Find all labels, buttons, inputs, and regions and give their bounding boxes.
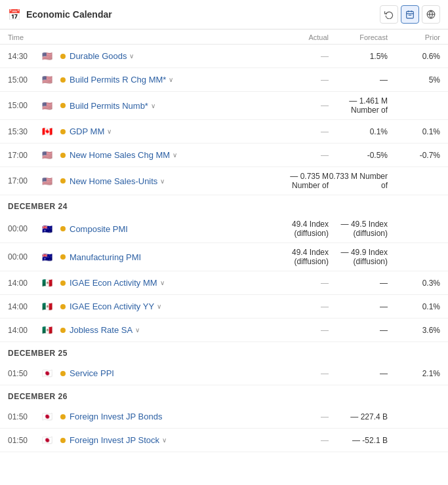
event-name[interactable]: New Home Sales Chg MM∨ xyxy=(70,150,270,160)
event-name-text: Manufacturing PMI xyxy=(70,252,141,262)
event-importance xyxy=(60,129,70,134)
event-flag: 🇺🇸 xyxy=(41,149,60,162)
event-name-text: New Home Sales-Units xyxy=(70,176,157,186)
event-prior: 0.1% xyxy=(388,302,440,311)
section-header: DECEMBER 26 xyxy=(0,385,448,405)
col-header-actual: Actual xyxy=(270,33,329,41)
event-name-text: IGAE Econ Activity MM xyxy=(70,278,157,288)
history-icon-button[interactable] xyxy=(380,5,398,24)
event-forecast: — 49.9 Index (diffusion) xyxy=(329,248,388,266)
event-row[interactable]: 15:30🇨🇦GDP MM∨—0.1%0.1% xyxy=(0,120,448,144)
event-forecast: — 227.4 B xyxy=(329,412,388,421)
event-importance xyxy=(60,153,70,158)
event-flag: 🇯🇵 xyxy=(41,410,60,423)
event-row[interactable]: 17:00🇺🇸New Home Sales Chg MM∨—-0.5%-0.7% xyxy=(0,144,448,167)
importance-dot-icon xyxy=(60,178,66,184)
importance-dot-icon xyxy=(60,371,66,376)
event-row[interactable]: 01:50🇯🇵Foreign Invest JP Stock∨—— -52.1 … xyxy=(0,429,448,452)
event-actual: — xyxy=(270,52,329,61)
event-time: 17:00 xyxy=(8,151,41,160)
importance-dot-icon xyxy=(60,414,66,419)
event-name[interactable]: Jobless Rate SA∨ xyxy=(70,325,270,335)
country-flag-icon: 🇲🇽 xyxy=(41,324,54,337)
event-row[interactable]: 14:00🇲🇽Jobless Rate SA∨——3.6% xyxy=(0,319,448,342)
event-actual: — xyxy=(270,101,329,110)
event-name[interactable]: Composite PMI xyxy=(70,224,270,234)
event-time: 14:00 xyxy=(8,302,41,311)
country-flag-icon: 🇦🇺 xyxy=(41,250,54,263)
importance-dot-icon xyxy=(60,129,66,134)
event-forecast: — 1.461 M Number of xyxy=(329,96,388,115)
event-time: 01:50 xyxy=(8,436,41,445)
event-time: 15:30 xyxy=(8,127,41,136)
event-time: 01:50 xyxy=(8,369,41,378)
chevron-down-icon: ∨ xyxy=(160,178,165,185)
event-importance xyxy=(60,254,70,260)
event-importance xyxy=(60,304,70,309)
event-name-text: Build Permits R Chg MM* xyxy=(70,75,166,85)
col-header-prior: Prior xyxy=(388,33,440,41)
event-name-text: GDP MM xyxy=(70,126,104,136)
globe-icon-button[interactable] xyxy=(422,5,440,24)
event-importance xyxy=(60,178,70,184)
importance-dot-icon xyxy=(60,438,66,443)
event-name[interactable]: Build Permits R Chg MM*∨ xyxy=(70,75,270,85)
globe-icon xyxy=(426,10,436,19)
event-time: 14:30 xyxy=(8,52,41,61)
event-time: 01:50 xyxy=(8,412,41,421)
event-row[interactable]: 14:00🇲🇽IGAE Econ Activity YY∨——0.1% xyxy=(0,295,448,319)
event-forecast: 0.733 M Number of xyxy=(329,172,388,190)
event-row[interactable]: 00:00🇦🇺Composite PMI49.4 Index (diffusio… xyxy=(0,215,448,243)
event-name[interactable]: IGAE Econ Activity YY∨ xyxy=(70,301,270,311)
event-name[interactable]: GDP MM∨ xyxy=(70,126,270,136)
event-flag: 🇲🇽 xyxy=(41,277,60,290)
importance-dot-icon xyxy=(60,153,66,158)
event-row[interactable]: 01:50🇯🇵Foreign Invest JP Bonds—— 227.4 B xyxy=(0,405,448,429)
event-time: 14:00 xyxy=(8,279,41,288)
event-time: 15:00 xyxy=(8,75,41,85)
event-importance xyxy=(60,328,70,333)
event-actual: — xyxy=(270,75,329,85)
event-row[interactable]: 14:00🇲🇽IGAE Econ Activity MM∨——0.3% xyxy=(0,271,448,295)
section-header: DECEMBER 25 xyxy=(0,342,448,362)
event-importance xyxy=(60,54,70,59)
event-row[interactable]: 00:00🇦🇺Manufacturing PMI49.4 Index (diff… xyxy=(0,243,448,271)
event-name-text: Composite PMI xyxy=(70,224,128,234)
event-row[interactable]: 17:00🇺🇸New Home Sales-Units∨— 0.735 M Nu… xyxy=(0,167,448,195)
country-flag-icon: 🇲🇽 xyxy=(41,277,54,290)
event-name-text: Foreign Invest JP Bonds xyxy=(70,412,162,421)
svg-rect-0 xyxy=(407,11,414,18)
importance-dot-icon xyxy=(60,77,66,83)
country-flag-icon: 🇺🇸 xyxy=(41,73,54,87)
chevron-down-icon: ∨ xyxy=(157,303,161,310)
event-name[interactable]: Manufacturing PMI xyxy=(70,252,270,262)
app-title: Economic Calendar xyxy=(26,9,112,20)
column-headers: Time Actual Forecast Prior xyxy=(0,29,448,45)
history-icon xyxy=(384,10,394,19)
event-name-text: IGAE Econ Activity YY xyxy=(70,301,154,311)
event-forecast: — xyxy=(329,75,388,85)
event-actual: 49.4 Index (diffusion) xyxy=(270,248,329,266)
event-row[interactable]: 15:00🇺🇸Build Permits Numb*∨—— 1.461 M Nu… xyxy=(0,92,448,120)
chevron-down-icon: ∨ xyxy=(160,279,165,286)
country-flag-icon: 🇺🇸 xyxy=(41,50,54,63)
event-row[interactable]: 15:00🇺🇸Build Permits R Chg MM*∨——5% xyxy=(0,68,448,92)
event-name[interactable]: New Home Sales-Units∨ xyxy=(70,176,270,186)
event-forecast: — xyxy=(329,369,388,378)
event-row[interactable]: 01:50🇯🇵Service PPI——2.1% xyxy=(0,362,448,385)
event-name[interactable]: Service PPI xyxy=(70,368,270,378)
event-name[interactable]: Build Permits Numb*∨ xyxy=(70,101,270,111)
event-name[interactable]: IGAE Econ Activity MM∨ xyxy=(70,278,270,288)
event-row[interactable]: 14:30🇺🇸Durable Goods∨—1.5%0.6% xyxy=(0,45,448,68)
event-importance xyxy=(60,77,70,83)
calendar-range-icon-button[interactable] xyxy=(401,5,419,24)
importance-dot-icon xyxy=(60,281,66,286)
col-header-forecast: Forecast xyxy=(329,33,388,41)
event-name[interactable]: Foreign Invest JP Stock∨ xyxy=(70,435,270,445)
event-flag: 🇲🇽 xyxy=(41,300,60,313)
event-name-text: Foreign Invest JP Stock xyxy=(70,435,159,445)
event-name[interactable]: Durable Goods∨ xyxy=(70,51,270,61)
event-actual: — xyxy=(270,127,329,136)
event-name-text: Service PPI xyxy=(70,368,114,378)
event-name[interactable]: Foreign Invest JP Bonds xyxy=(70,412,270,421)
